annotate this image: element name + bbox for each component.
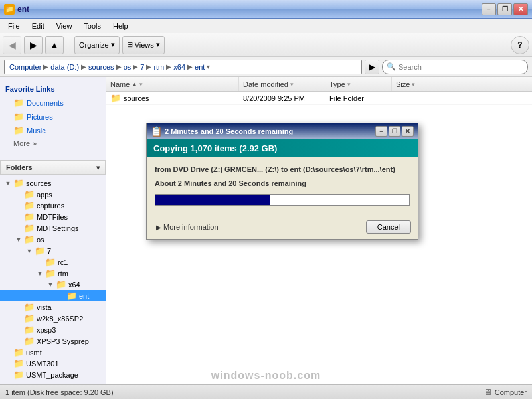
- window-controls: − ❒ ✕: [482, 3, 528, 15]
- folder-icon: 📁: [66, 291, 77, 301]
- menu-edit[interactable]: Edit: [27, 21, 50, 31]
- search-icon: 🔍: [387, 62, 396, 71]
- file-name-cell: 📁 sources: [108, 93, 240, 103]
- dialog-footer: ▶ More information Cancel: [147, 218, 418, 239]
- file-folder-icon: 📁: [110, 93, 121, 103]
- expander-icon: ▼: [13, 236, 24, 243]
- col-name-sort-btn[interactable]: ▾: [139, 81, 143, 88]
- menu-tools[interactable]: Tools: [78, 21, 106, 31]
- sidebar-item-music[interactable]: 📁 Music: [0, 123, 106, 137]
- tree-item-apps[interactable]: 📁 apps: [0, 189, 106, 200]
- bc-7[interactable]: 7: [138, 63, 146, 71]
- dialog-minimize-button[interactable]: −: [375, 126, 387, 137]
- col-header-type[interactable]: Type ▾: [325, 77, 392, 91]
- organize-button[interactable]: Organize ▾: [74, 36, 120, 54]
- search-wrapper: 🔍: [382, 60, 528, 74]
- status-right: 🖥 Computer: [484, 387, 527, 397]
- table-row[interactable]: 📁 sources 8/20/2009 9:25 PM File Folder: [106, 92, 532, 105]
- tree-item-sources[interactable]: ▼ 📁 sources: [0, 177, 106, 189]
- col-header-date[interactable]: Date modified ▾: [239, 77, 325, 91]
- tree-item-7[interactable]: ▼ 📁 7: [0, 245, 106, 256]
- tree-item-mdtsettings[interactable]: 📁 MDTSettings: [0, 222, 106, 234]
- up-button[interactable]: ▲: [45, 36, 64, 54]
- more-info-button[interactable]: ▶ More information: [153, 222, 221, 232]
- folder-icon: 📁: [13, 347, 24, 357]
- bc-sources[interactable]: sources: [86, 63, 116, 71]
- window-title: ent: [17, 5, 482, 14]
- tree-item-usmt[interactable]: 📁 usmt: [0, 347, 106, 358]
- bc-ent[interactable]: ent: [193, 63, 207, 71]
- col-name-label: Name: [110, 80, 130, 88]
- sidebar-more-button[interactable]: More »: [0, 137, 106, 149]
- folders-arrow-icon: ▾: [96, 164, 100, 171]
- minimize-button[interactable]: −: [482, 3, 496, 15]
- copy-dialog: 📋 2 Minutes and 20 Seconds remaining − ❒…: [146, 123, 418, 240]
- cancel-button[interactable]: Cancel: [366, 220, 411, 234]
- col-date-sort-btn[interactable]: ▾: [290, 81, 294, 88]
- help-button[interactable]: ?: [511, 36, 529, 54]
- more-info-arrow-icon: ▶: [156, 224, 161, 231]
- tree-item-xpsp3[interactable]: 📁 xpsp3: [0, 324, 106, 335]
- forward-button[interactable]: ▶: [24, 36, 43, 54]
- bc-os[interactable]: os: [122, 63, 133, 71]
- bc-data[interactable]: data (D:): [48, 63, 81, 71]
- tree-item-mdtfiles[interactable]: 📁 MDTFiles: [0, 211, 106, 222]
- favorite-links-title: Favorite Links: [0, 82, 106, 96]
- folder-icon: 📁: [24, 234, 35, 244]
- dialog-close-button[interactable]: ✕: [402, 126, 414, 137]
- dialog-restore-button[interactable]: ❒: [389, 126, 400, 137]
- bc-x64[interactable]: x64: [171, 63, 187, 71]
- views-label: Views: [135, 41, 154, 49]
- tree-item-usmt-package[interactable]: 📁 USMT_package: [0, 369, 106, 380]
- tree-item-captures[interactable]: 📁 captures: [0, 200, 106, 211]
- tree-item-xpsp3sysprep[interactable]: 📁 XPSP3 Sysprep: [0, 335, 106, 347]
- progress-bar-container: [155, 194, 410, 206]
- tree-item-rc1[interactable]: 📁 rc1: [0, 256, 106, 268]
- col-header-name[interactable]: Name ▲ ▾: [106, 77, 239, 91]
- tree-item-w2k8[interactable]: 📁 w2k8_x86SP2: [0, 313, 106, 324]
- documents-icon: 📁: [13, 98, 24, 108]
- progress-bar-fill: [155, 195, 270, 205]
- status-bar: 1 item (Disk free space: 9.20 GB) 🖥 Comp…: [0, 384, 532, 399]
- restore-button[interactable]: ❒: [497, 3, 512, 15]
- sidebar-item-pictures[interactable]: 📁 Pictures: [0, 110, 106, 123]
- window-title-bar: 📁 ent − ❒ ✕: [0, 0, 532, 19]
- menu-view[interactable]: View: [51, 21, 78, 31]
- tree-item-vista[interactable]: 📁 vista: [0, 301, 106, 313]
- status-right-label: Computer: [495, 388, 527, 396]
- col-size-sort-btn[interactable]: ▾: [412, 81, 415, 88]
- views-button[interactable]: ⊞ Views ▾: [122, 36, 165, 54]
- folder-icon: 📁: [24, 200, 35, 210]
- tree-item-rtm[interactable]: ▼ 📁 rtm: [0, 268, 106, 279]
- tree-item-x64[interactable]: ▼ 📁 x64: [0, 279, 106, 290]
- close-button[interactable]: ✕: [513, 3, 528, 15]
- address-input-wrapper[interactable]: Computer ▶ data (D:) ▶ sources ▶ os ▶ 7 …: [4, 60, 362, 74]
- dialog-title-text: 2 Minutes and 20 Seconds remaining: [165, 127, 373, 135]
- time-remaining: About 2 Minutes and 20 Seconds remaining: [155, 178, 410, 189]
- sidebar-item-music-label: Music: [27, 127, 46, 135]
- file-type-cell: File Folder: [327, 94, 393, 102]
- address-bar: Computer ▶ data (D:) ▶ sources ▶ os ▶ 7 …: [0, 57, 532, 77]
- computer-icon: 🖥: [484, 387, 492, 397]
- col-type-sort-btn[interactable]: ▾: [347, 81, 351, 88]
- folder-icon: 📁: [56, 279, 66, 289]
- bc-rtm[interactable]: rtm: [151, 63, 166, 71]
- sidebar-item-documents[interactable]: 📁 Documents: [0, 96, 106, 110]
- back-button[interactable]: ◀: [3, 36, 21, 54]
- folders-title[interactable]: Folders ▾: [0, 160, 106, 175]
- bc-computer[interactable]: Computer: [7, 63, 43, 71]
- tree-item-os[interactable]: ▼ 📁 os: [0, 234, 106, 245]
- tree-item-usmt301[interactable]: 📁 USMT301: [0, 358, 106, 369]
- menu-help[interactable]: Help: [108, 21, 133, 31]
- expander-icon: ▼: [35, 270, 45, 277]
- menu-file[interactable]: File: [3, 21, 25, 31]
- file-name: sources: [124, 94, 149, 102]
- dialog-title-bar: 📋 2 Minutes and 20 Seconds remaining − ❒…: [147, 123, 418, 139]
- col-header-size[interactable]: Size ▾: [392, 77, 438, 91]
- search-input[interactable]: [399, 63, 505, 71]
- copy-progress-label: Copying 1,070 items (2.92 GB): [153, 143, 277, 153]
- address-go-button[interactable]: ▶: [365, 60, 379, 74]
- dialog-body: from DVD Drive (Z:) GRMCEN... (Z:\) to e…: [147, 157, 418, 218]
- tree-item-ent[interactable]: 📁 ent: [0, 290, 106, 301]
- more-chevron-icon: »: [33, 139, 37, 147]
